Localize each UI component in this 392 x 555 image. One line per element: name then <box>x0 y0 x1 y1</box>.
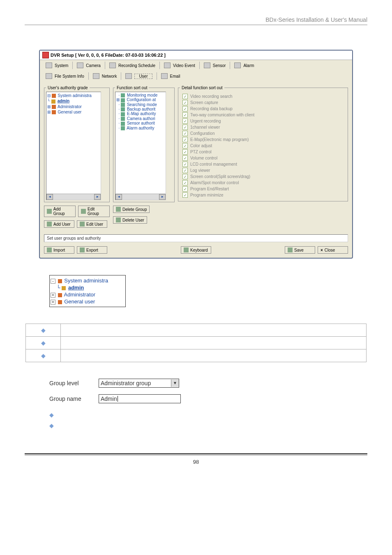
status-bar: Set user groups and authority <box>44 234 348 242</box>
dvr-setup-window: DVR Setup [ Ver 0, 0, 0, 6 FileDate: 07-… <box>39 50 353 259</box>
import-button[interactable]: Import <box>44 246 74 254</box>
group-level-select[interactable]: Administrator group ▼ <box>99 379 179 388</box>
tab-alarm[interactable]: Alarm <box>233 62 258 69</box>
fieldset-function-sort: Function sort out · Monitoring mode⊞ Con… <box>113 86 175 202</box>
tab-file-system-info[interactable]: File System Info <box>44 72 89 80</box>
detail-checklist: ✓Video recording search✓Screen capture✓R… <box>180 92 346 200</box>
checkbox-row[interactable]: ✓Volume control <box>182 155 344 161</box>
checkbox-row[interactable]: ✓Configuration <box>182 130 344 136</box>
edit-group-button[interactable]: Edit Group <box>78 206 110 217</box>
user-tree[interactable]: ⊟ System administra └ admin⊞ Administrat… <box>46 92 101 200</box>
bullet-table: ◆ ◆ ◆ <box>25 324 367 362</box>
save-button[interactable]: Save <box>285 246 315 254</box>
tab-user[interactable]: User <box>124 72 157 80</box>
group-form: Group level Administrator group ▼ Group … <box>49 379 343 403</box>
top-nav-row2: File System Info Network User Email <box>40 71 352 81</box>
tab-network[interactable]: Network <box>91 72 122 80</box>
checkbox-row[interactable]: ✓PTZ control <box>182 149 344 155</box>
checkbox-row[interactable]: ✓Color adjust <box>182 143 344 149</box>
app-icon <box>42 52 49 58</box>
checkbox-row[interactable]: ✓LCD control management <box>182 161 344 167</box>
table-row: ◆ <box>26 337 367 349</box>
function-tree[interactable]: · Monitoring mode⊞ Configuration at · Se… <box>115 92 166 200</box>
legend-function-sort: Function sort out <box>115 86 149 90</box>
checkbox-row[interactable]: ✓Program End/Restart <box>182 186 344 192</box>
delete-group-button[interactable]: Delete Group <box>113 206 150 213</box>
keyboard-button[interactable]: Keyboard <box>181 246 211 254</box>
checkbox-row[interactable]: ✓Screen control(Split screen/drag) <box>182 173 344 180</box>
tab-system[interactable]: System <box>44 62 73 69</box>
checkbox-row[interactable]: ✓Log viewer <box>182 167 344 173</box>
export-button[interactable]: Export <box>77 246 107 254</box>
checkbox-row[interactable]: ✓Urgent recording <box>182 118 344 124</box>
fieldset-user-authority: User's authority grade ⊟ System administ… <box>44 86 110 202</box>
checkbox-row[interactable]: ✓Screen capture <box>182 99 344 106</box>
add-group-button[interactable]: Add Group <box>44 206 76 217</box>
fieldset-detail-function: Detail function sort out ✓Video recordin… <box>178 86 348 201</box>
tab-video-event[interactable]: Video Event <box>162 62 200 69</box>
tab-email[interactable]: Email <box>159 72 184 80</box>
close-button[interactable]: ×Close <box>318 246 348 254</box>
checkbox-row[interactable]: ✓Recording data backup <box>182 106 344 112</box>
group-name-label: Group name <box>49 395 90 402</box>
delete-user-button[interactable]: Delete User <box>113 216 147 224</box>
mini-user-tree: - System administra └ admin+ Administrat… <box>49 275 126 307</box>
checkbox-row[interactable]: ✓Video recording search <box>182 93 344 99</box>
checkbox-row[interactable]: ✓E-Map(Electronic map program) <box>182 136 344 143</box>
group-name-input[interactable]: Admin <box>99 394 181 403</box>
add-user-button[interactable]: Add User <box>44 220 74 228</box>
top-nav-row1: System Camera Recording Schedule Video E… <box>40 60 352 71</box>
tab-camera[interactable]: Camera <box>75 62 105 69</box>
tab-sensor[interactable]: Sensor <box>202 62 231 69</box>
checkbox-row[interactable]: ✓1channel viewer <box>182 124 344 130</box>
page-number: 98 <box>25 459 367 465</box>
checkbox-row[interactable]: ✓Program minimize <box>182 192 344 198</box>
legend-detail-function: Detail function sort out <box>180 86 224 90</box>
table-row: ◆ <box>26 349 367 362</box>
window-titlebar: DVR Setup [ Ver 0, 0, 0, 6 FileDate: 07-… <box>40 51 352 60</box>
tab-recording-schedule[interactable]: Recording Schedule <box>108 62 160 69</box>
table-row: ◆ <box>26 324 367 337</box>
edit-user-button[interactable]: Edit User <box>77 220 107 228</box>
chevron-down-icon[interactable]: ▼ <box>171 379 179 387</box>
legend-user-authority: User's authority grade <box>46 86 90 90</box>
group-level-label: Group level <box>49 380 90 386</box>
bullet-icon: ◆ <box>49 422 343 429</box>
func-hscroll[interactable]: ◂▸ <box>115 194 166 200</box>
tree-hscroll[interactable]: ◂▸ <box>46 194 101 200</box>
checkbox-row[interactable]: ✓Two-way communication with client <box>182 112 344 118</box>
bullet-icon: ◆ <box>49 412 343 418</box>
checkbox-row[interactable]: ✓Alarm/Spot monitor control <box>182 180 344 186</box>
page-header: BDx-Series Installation & User's Manual <box>25 16 367 25</box>
window-title: DVR Setup [ Ver 0, 0, 0, 6 FileDate: 07-… <box>51 53 166 58</box>
